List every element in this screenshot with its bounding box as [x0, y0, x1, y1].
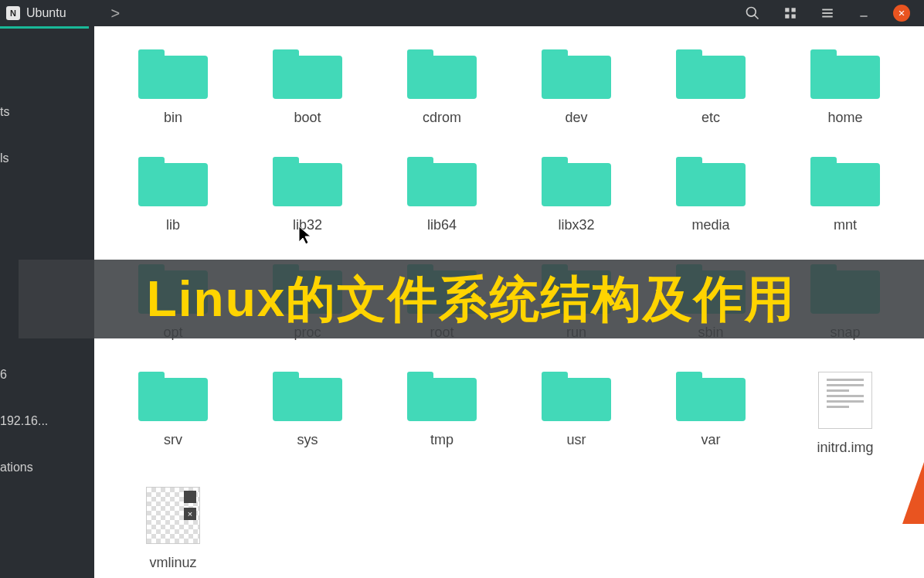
file-label: lib64: [427, 217, 457, 233]
file-label: cdrom: [423, 110, 461, 126]
file-item-usr[interactable]: usr: [513, 372, 640, 456]
file-label: sys: [297, 432, 318, 448]
folder-icon: [273, 49, 342, 99]
sidebar-item[interactable]: ts: [0, 97, 94, 127]
file-label: tmp: [430, 432, 454, 448]
file-label: initrd.img: [817, 440, 873, 456]
file-item-lib32[interactable]: lib32: [244, 157, 371, 233]
svg-point-0: [747, 8, 756, 17]
folder-icon: [810, 157, 880, 206]
file-item-libx32[interactable]: libx32: [513, 157, 640, 233]
file-label: usr: [566, 432, 586, 448]
app-icon: N: [6, 6, 20, 20]
folder-icon: [273, 157, 342, 206]
file-item-etc[interactable]: etc: [647, 49, 774, 126]
file-label: lib: [166, 217, 180, 233]
title-banner: Linux的文件系统结构及作用: [19, 260, 924, 338]
titlebar-left: N Ubuntu >: [6, 5, 120, 22]
file-item-lib64[interactable]: lib64: [379, 157, 505, 233]
file-label: boot: [294, 110, 321, 126]
cursor-icon: [297, 225, 313, 250]
folder-icon: [542, 157, 611, 206]
file-item-vmlinuz[interactable]: ×vmlinuz: [110, 487, 236, 571]
svg-rect-4: [785, 15, 789, 19]
file-item-lib[interactable]: lib: [110, 157, 236, 233]
file-item-boot[interactable]: boot: [244, 49, 371, 126]
app-title: Ubuntu: [26, 6, 66, 20]
folder-icon: [542, 49, 611, 99]
file-item-cdrom[interactable]: cdrom: [379, 49, 505, 126]
sidebar-item[interactable]: 6: [0, 360, 94, 389]
file-item-initrd.img[interactable]: initrd.img: [782, 372, 909, 456]
folder-icon: [542, 372, 611, 421]
file-label: bin: [164, 110, 182, 126]
svg-line-1: [755, 15, 759, 19]
file-item-bin[interactable]: bin: [110, 49, 236, 126]
nav-forward-icon[interactable]: >: [111, 5, 121, 22]
minimize-icon[interactable]: [858, 7, 870, 19]
folder-icon: [138, 49, 208, 99]
text-file-icon: [818, 372, 872, 429]
active-tab-indicator: [0, 26, 89, 29]
file-label: home: [827, 110, 862, 126]
titlebar: N Ubuntu >: [0, 0, 924, 26]
folder-icon: [138, 372, 208, 421]
file-item-home[interactable]: home: [782, 49, 909, 126]
hamburger-menu-icon[interactable]: [820, 6, 834, 20]
folder-icon: [407, 372, 477, 421]
file-label: libx32: [558, 217, 594, 233]
folder-icon: [676, 49, 746, 99]
folder-icon: [138, 157, 208, 206]
file-item-media[interactable]: media: [647, 157, 774, 233]
file-item-mnt[interactable]: mnt: [782, 157, 909, 233]
file-item-var[interactable]: var: [647, 372, 774, 456]
decorative-triangle: [902, 462, 924, 524]
folder-icon: [810, 49, 880, 99]
titlebar-actions: [745, 5, 918, 22]
svg-rect-3: [792, 8, 796, 12]
folder-icon: [273, 372, 342, 421]
sidebar-item[interactable]: 192.16...: [0, 406, 94, 436]
file-label: mnt: [834, 217, 857, 233]
sidebar-item[interactable]: ations: [0, 453, 94, 482]
file-item-sys[interactable]: sys: [244, 372, 371, 456]
sidebar-item[interactable]: ls: [0, 144, 94, 173]
folder-icon: [407, 157, 477, 206]
file-label: srv: [164, 432, 182, 448]
folder-icon: [407, 49, 477, 99]
banner-text: Linux的文件系统结构及作用: [147, 266, 797, 333]
file-label: dev: [565, 110, 587, 126]
file-label: var: [701, 432, 720, 448]
close-button[interactable]: [893, 5, 910, 22]
folder-icon: [676, 157, 746, 206]
file-label: media: [691, 217, 729, 233]
file-item-dev[interactable]: dev: [513, 49, 640, 126]
file-item-tmp[interactable]: tmp: [379, 372, 505, 456]
svg-rect-2: [785, 8, 789, 12]
folder-icon: [676, 372, 746, 421]
file-label: vmlinuz: [149, 555, 196, 571]
image-file-icon: ×: [146, 487, 200, 544]
file-label: etc: [701, 110, 720, 126]
search-icon[interactable]: [745, 5, 760, 21]
svg-rect-5: [792, 15, 796, 19]
grid-view-icon[interactable]: [783, 6, 797, 20]
file-item-srv[interactable]: srv: [110, 372, 236, 456]
